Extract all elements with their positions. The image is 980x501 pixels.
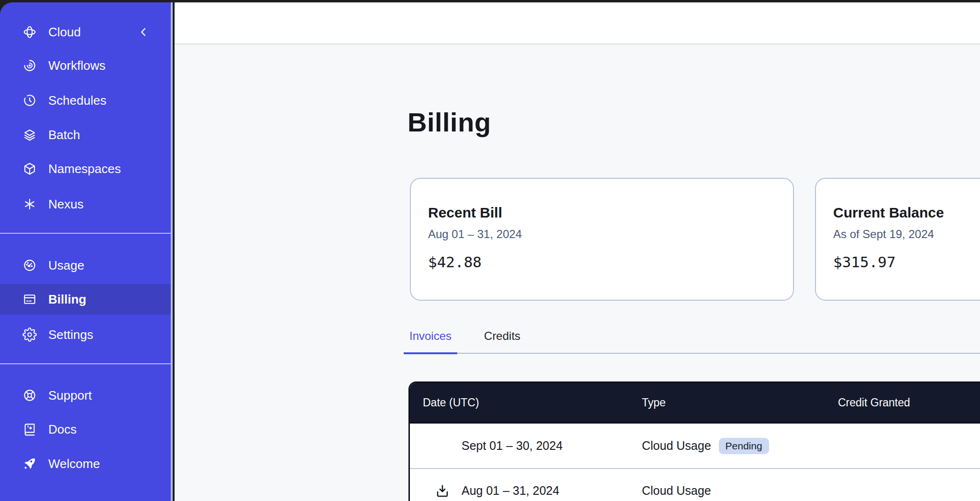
sidebar-item-settings[interactable]: Settings	[0, 319, 171, 350]
sidebar-divider	[0, 233, 171, 234]
sidebar-item-batch[interactable]: Batch	[0, 120, 171, 150]
invoice-type: Cloud Usage	[642, 439, 711, 453]
column-header-type: Type	[642, 396, 838, 409]
column-header-credit-granted: Credit Granted	[838, 396, 980, 409]
invoice-type: Cloud Usage	[642, 484, 711, 498]
settings-icon	[22, 327, 37, 342]
download-invoice-button[interactable]	[435, 483, 450, 499]
tab-invoices[interactable]: Invoices	[404, 328, 457, 354]
sidebar-brand-cloud[interactable]: Cloud	[0, 17, 171, 47]
schedules-icon	[22, 93, 37, 108]
table-row: Sept 01 – 30, 2024 Cloud Usage Pending	[410, 424, 980, 468]
sidebar-item-support[interactable]: Support	[0, 380, 171, 411]
sidebar-divider	[0, 363, 171, 364]
sidebar-item-welcome[interactable]: Welcome	[0, 448, 171, 479]
sidebar-item-label: Workflows	[48, 58, 105, 73]
invoice-date: Sept 01 – 30, 2024	[462, 439, 562, 452]
sidebar-item-label: Billing	[48, 292, 86, 307]
rocket-icon	[22, 457, 37, 471]
sidebar-item-label: Nexus	[48, 197, 84, 212]
billing-tabs: Invoices Credits	[404, 328, 980, 354]
sidebar: Cloud Workflows Schedules Batch	[0, 2, 173, 501]
status-badge: Pending	[719, 438, 769, 454]
billing-icon	[22, 292, 37, 306]
sidebar-item-label: Batch	[48, 128, 80, 142]
sidebar-item-label: Usage	[48, 258, 84, 273]
usage-icon	[22, 258, 37, 272]
card-subtitle: Aug 01 – 31, 2024	[428, 228, 776, 241]
card-amount: $315.97	[833, 253, 980, 271]
card-title: Current Balance	[833, 205, 980, 221]
sidebar-item-label: Settings	[48, 327, 93, 342]
column-header-date: Date (UTC)	[410, 396, 642, 409]
current-balance-card: Current Balance As of Sept 19, 2024 $315…	[815, 178, 980, 301]
recent-bill-card: Recent Bill Aug 01 – 31, 2024 $42.88	[410, 178, 794, 301]
sidebar-item-namespaces[interactable]: Namespaces	[0, 153, 171, 184]
temporal-logo-icon	[22, 25, 37, 39]
sidebar-item-label: Docs	[48, 422, 77, 437]
sidebar-item-label: Support	[48, 388, 92, 403]
workflows-icon	[22, 58, 37, 73]
table-row: Aug 01 – 31, 2024 Cloud Usage	[410, 468, 980, 501]
sidebar-item-nexus[interactable]: Nexus	[0, 189, 171, 219]
card-amount: $42.88	[428, 253, 776, 271]
card-title: Recent Bill	[428, 205, 776, 221]
download-icon	[435, 483, 450, 499]
main-content: Billing Recent Bill Aug 01 – 31, 2024 $4…	[175, 2, 980, 501]
sidebar-item-docs[interactable]: Docs	[0, 414, 171, 445]
batch-icon	[22, 128, 37, 142]
sidebar-item-workflows[interactable]: Workflows	[0, 50, 171, 81]
support-icon	[22, 388, 37, 403]
sidebar-item-schedules[interactable]: Schedules	[0, 85, 171, 116]
table-header-row: Date (UTC) Type Credit Granted	[410, 383, 980, 424]
nexus-icon	[22, 197, 37, 211]
invoice-date: Aug 01 – 31, 2024	[462, 484, 559, 497]
sidebar-item-label: Namespaces	[48, 162, 121, 176]
docs-icon	[22, 422, 37, 436]
namespaces-icon	[22, 162, 37, 176]
tab-credits[interactable]: Credits	[478, 328, 526, 354]
top-bar	[175, 2, 980, 44]
sidebar-item-label: Welcome	[48, 457, 100, 471]
sidebar-collapse-button[interactable]	[137, 26, 150, 38]
invoices-table: Date (UTC) Type Credit Granted Sept 01 –…	[408, 381, 980, 501]
chevron-left-icon	[137, 26, 150, 38]
page-title: Billing	[407, 107, 491, 138]
sidebar-item-usage[interactable]: Usage	[0, 250, 171, 281]
sidebar-item-billing[interactable]: Billing	[0, 284, 171, 315]
sidebar-item-label: Schedules	[48, 93, 106, 108]
card-subtitle: As of Sept 19, 2024	[833, 228, 980, 241]
sidebar-brand-label: Cloud	[48, 25, 81, 40]
